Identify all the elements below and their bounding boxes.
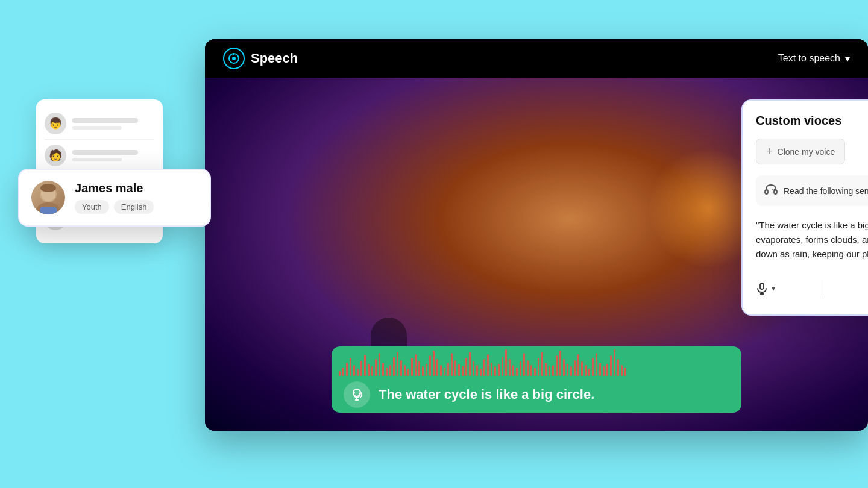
waveform-bar [397,352,398,376]
main-container: Speech Text to speech ▾ [102,39,766,449]
waveform-bar [451,353,453,376]
chevron-down-icon: ▾ [772,284,775,293]
waveform-bar [614,349,615,376]
waveform-bar [407,369,409,376]
waveform-bar [599,363,601,376]
waveform-bar [617,359,619,376]
waveform-bar [480,369,482,376]
waveform-bar [494,366,496,376]
avatar: 🧑 [45,145,66,166]
waveform-bar [596,353,597,376]
read-sentence-label: Read the following sentence [784,186,868,196]
waveform-bar [527,360,529,376]
text-to-speech-label: Text to speech [778,53,840,64]
waveform-bar [382,363,384,376]
waveform-bar [465,358,467,376]
list-item[interactable]: 🧑 [45,140,154,172]
waveform-bar [404,365,406,376]
waveform-bar [483,359,485,376]
waveform-bar [549,366,550,376]
voice-tag-bar [72,126,122,130]
waveform-bar [603,366,605,376]
app-logo: Speech [223,48,298,69]
voice-name-bar [72,150,138,155]
waveform-bar [498,364,500,376]
svg-point-14 [772,189,773,190]
waveform-bar [360,361,362,376]
svg-point-1 [232,57,236,60]
james-tag-english: English [114,200,154,214]
james-name: James male [75,181,198,195]
waveform-bar [469,352,471,376]
waveform-bar [552,365,554,376]
waveform-bar [342,368,344,376]
text-to-speech-menu[interactable]: Text to speech ▾ [778,53,850,64]
headphone-icon [764,183,778,199]
voice-info [72,118,154,130]
caption-voice-icon [344,381,370,408]
waveform-bar [567,364,568,376]
mic-dropdown[interactable]: ▾ [756,283,775,295]
voice-tag-bar [72,158,122,161]
james-info: James male Youth English [75,181,198,214]
microphone-icon [756,283,768,295]
app-title: Speech [251,51,298,66]
caption-text: The water cycle is like a big circle. [379,387,594,402]
waveform-bar [476,365,478,376]
waveform-bar [530,365,532,376]
waveform-bar [462,366,464,376]
waveform-bar [610,355,612,376]
clone-button-label: Clone my voice [778,147,835,157]
waveform-bar [422,366,424,376]
waveform-bar [588,369,590,376]
james-card[interactable]: James male Youth English [18,169,211,227]
quote-text: "The water cycle is like a big circle. W… [756,216,868,264]
waveform-bar [350,358,351,376]
waveform-bar [426,364,427,376]
clone-voice-row: + Clone my voice Voice 3 [756,139,868,164]
waveform-bar [491,363,492,376]
caption-waveform [332,346,741,380]
waveform-bar [541,352,543,376]
waveform-bar [389,365,391,376]
waveform-bar [440,365,442,376]
list-item[interactable]: 👦 [45,108,154,140]
clone-voice-button[interactable]: + Clone my voice [756,139,845,164]
waveform-bar [509,359,511,376]
waveform-bar [577,354,579,376]
waveform-bar [581,361,583,376]
james-avatar [31,181,65,214]
waveform-bar [534,368,536,376]
waveform-bar [429,355,431,376]
waveform-bar [447,363,449,376]
waveform-bar [621,365,623,376]
panel-footer: ▾ Record [756,276,868,301]
waveform-bar [556,355,558,376]
custom-voices-panel: Custom vioces + Clone my voice Voice 3 [741,99,868,316]
voice-info [72,150,154,161]
read-sentence-row: Read the following sentence [756,175,868,206]
svg-point-7 [40,184,56,192]
waveform-bar [357,369,359,376]
svg-rect-16 [760,283,764,289]
app-header: Speech Text to speech ▾ [205,39,868,78]
waveform-bar [400,360,402,376]
waveform-bar [523,353,525,376]
waveform-bar [502,357,503,376]
waveform-bar [487,354,489,376]
waveform-bar [559,351,561,376]
waveform-bar [606,364,608,376]
chevron-down-icon: ▾ [845,53,850,64]
waveform-bar [505,349,507,376]
waveform-bar [574,360,576,376]
waveform-bar [411,358,413,376]
waveform-bar [563,359,565,376]
waveform-bar [512,365,514,376]
james-tag-youth: Youth [75,200,109,214]
voice-name-bar [72,118,138,123]
waveform-bar [433,351,435,376]
waveform-bar [436,359,438,376]
divider [822,280,822,298]
waveform-bar [371,366,373,376]
waveform-bar [624,368,626,376]
